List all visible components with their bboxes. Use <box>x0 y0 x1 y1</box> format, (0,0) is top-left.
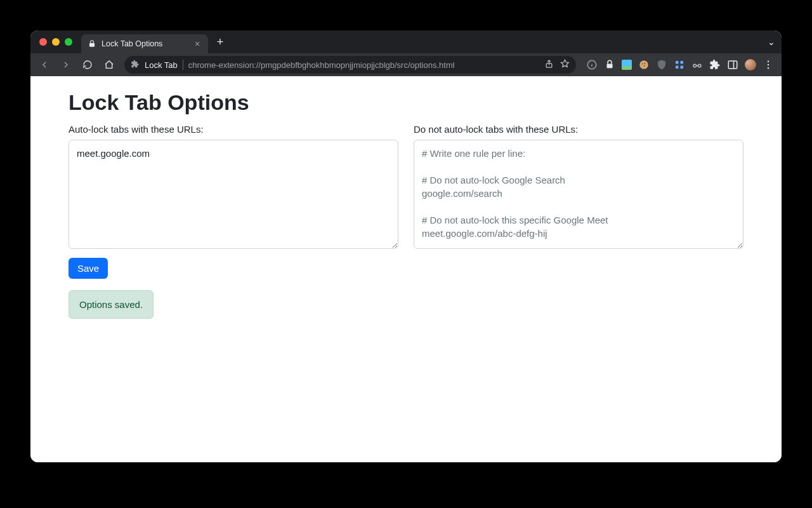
grid-extension-icon[interactable] <box>674 59 685 70</box>
forward-button[interactable] <box>57 56 75 74</box>
lock-tab-favicon-icon <box>88 39 96 48</box>
home-button[interactable] <box>100 56 118 74</box>
no-autolock-textarea[interactable] <box>414 140 743 249</box>
maximize-window-button[interactable] <box>65 38 72 46</box>
shield-extension-icon[interactable] <box>656 59 667 70</box>
options-columns: Auto-lock tabs with these URLs: Save Opt… <box>69 124 743 319</box>
lock-extension-icon[interactable] <box>604 59 615 70</box>
svg-rect-0 <box>89 43 95 47</box>
extension-name: Lock Tab <box>145 60 178 70</box>
status-alert: Options saved. <box>69 290 154 319</box>
address-bar[interactable]: Lock Tab chrome-extension://pmgpdebfbgho… <box>124 56 576 74</box>
browser-toolbar: Lock Tab chrome-extension://pmgpdebfbgho… <box>30 53 782 76</box>
extensions-puzzle-icon[interactable] <box>709 59 721 70</box>
tab-title: Lock Tab Options <box>102 39 162 48</box>
reload-button[interactable] <box>79 56 96 74</box>
svg-rect-9 <box>681 61 684 64</box>
svg-point-13 <box>698 64 702 67</box>
picture-extension-icon[interactable] <box>622 60 632 70</box>
svg-point-5 <box>642 64 643 65</box>
close-tab-button[interactable]: × <box>193 39 202 48</box>
page-title: Lock Tab Options <box>69 90 743 115</box>
minimize-window-button[interactable] <box>52 38 60 46</box>
url-text: chrome-extension://pmgpdebfbghokhbmopnjj… <box>188 60 539 70</box>
autolock-textarea[interactable] <box>69 140 398 249</box>
svg-point-4 <box>639 60 648 69</box>
svg-rect-11 <box>681 66 684 69</box>
cookie-extension-icon[interactable] <box>638 59 650 70</box>
no-autolock-label: Do not auto-lock tabs with these URLs: <box>414 124 743 135</box>
new-tab-button[interactable]: + <box>212 34 228 50</box>
omnibox-divider <box>183 60 183 70</box>
tab-strip: Lock Tab Options × + ⌄ <box>30 30 782 53</box>
share-icon[interactable] <box>544 59 554 70</box>
extension-icon <box>131 60 140 70</box>
bookmark-star-icon[interactable] <box>560 59 570 70</box>
sidepanel-icon[interactable] <box>727 59 738 70</box>
autolock-label: Auto-lock tabs with these URLs: <box>69 124 398 135</box>
profile-avatar[interactable] <box>745 59 756 70</box>
back-button[interactable] <box>36 56 53 74</box>
glasses-extension-icon[interactable] <box>691 59 703 70</box>
browser-window: Lock Tab Options × + ⌄ Lock Tab chrome-e… <box>30 30 782 462</box>
svg-point-12 <box>693 64 697 67</box>
no-autolock-column: Do not auto-lock tabs with these URLs: <box>414 124 743 319</box>
svg-rect-14 <box>728 61 737 69</box>
info-icon[interactable] <box>586 59 598 70</box>
menu-kebab-icon[interactable] <box>763 59 774 70</box>
autolock-column: Auto-lock tabs with these URLs: Save Opt… <box>69 124 398 319</box>
save-button[interactable]: Save <box>69 258 108 279</box>
svg-rect-10 <box>676 66 679 69</box>
svg-point-7 <box>644 65 645 67</box>
svg-point-6 <box>645 63 646 64</box>
svg-rect-8 <box>676 61 679 64</box>
svg-point-17 <box>768 64 769 65</box>
page-content: Lock Tab Options Auto-lock tabs with the… <box>30 76 782 462</box>
svg-point-18 <box>768 67 769 69</box>
toolbar-icons <box>586 59 774 70</box>
close-window-button[interactable] <box>39 38 47 46</box>
svg-rect-3 <box>607 64 613 69</box>
browser-tab[interactable]: Lock Tab Options × <box>81 34 208 53</box>
svg-point-16 <box>768 61 769 62</box>
window-controls <box>39 38 72 46</box>
tab-overflow-button[interactable]: ⌄ <box>768 37 775 47</box>
